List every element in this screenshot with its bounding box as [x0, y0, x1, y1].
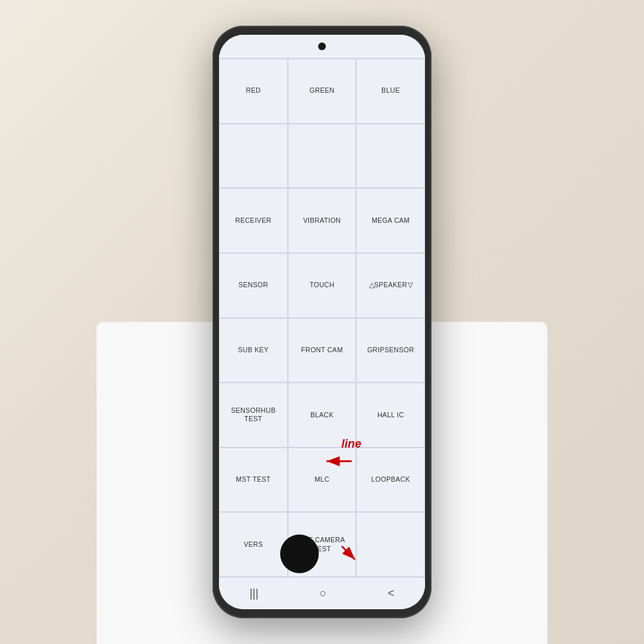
front-camera-dot [318, 43, 326, 50]
grid-cell-sub-key[interactable]: SUB KEY [219, 318, 288, 383]
black-circle-overlay [280, 535, 319, 573]
nav-home-icon[interactable]: ○ [319, 587, 327, 600]
grid-cell-mst-test[interactable]: MST TEST [219, 448, 288, 513]
grid-cell-gripsensor[interactable]: GRIPSENSOR [356, 318, 425, 383]
phone-screen: REDGREENBLUERECEIVERVIBRATIONMEGA CAMSEN… [219, 35, 425, 609]
grid-cell-speaker[interactable]: △SPEAKER▽ [356, 253, 425, 318]
phone-container: REDGREENBLUERECEIVERVIBRATIONMEGA CAMSEN… [213, 26, 431, 618]
grid-cell-mlc[interactable]: MLC [288, 448, 357, 513]
line-text-label: line [341, 437, 361, 451]
grid-cell-empty1 [219, 124, 288, 189]
grid-cell-sensor[interactable]: SENSOR [219, 253, 288, 318]
nav-recent-icon[interactable]: ||| [249, 587, 258, 600]
grid-cell-red[interactable]: RED [219, 59, 288, 124]
grid-cell-vibration[interactable]: VIBRATION [288, 188, 357, 253]
grid-cell-front-cam[interactable]: FRONT CAM [288, 318, 357, 383]
grid-cell-hall-ic[interactable]: HALL IC [356, 383, 425, 448]
app-grid: REDGREENBLUERECEIVERVIBRATIONMEGA CAMSEN… [219, 58, 425, 577]
grid-cell-mega-cam[interactable]: MEGA CAM [356, 188, 425, 253]
nav-bar: ||| ○ < [219, 577, 425, 609]
screen-top [219, 35, 425, 58]
grid-cell-version[interactable]: VERS [219, 512, 288, 577]
grid-cell-green[interactable]: GREEN [288, 59, 357, 124]
grid-cell-empty4 [356, 512, 425, 577]
grid-cell-empty3 [356, 124, 425, 189]
background: REDGREENBLUERECEIVERVIBRATIONMEGA CAMSEN… [0, 0, 644, 644]
grid-cell-touch[interactable]: TOUCH [288, 253, 357, 318]
grid-cell-empty2 [288, 124, 357, 189]
grid-cell-receiver[interactable]: RECEIVER [219, 188, 288, 253]
grid-cell-sensorhub-test[interactable]: SENSORHUB TEST [219, 383, 288, 448]
grid-cell-blue[interactable]: BLUE [356, 59, 425, 124]
nav-back-icon[interactable]: < [388, 587, 395, 600]
grid-cell-loopback[interactable]: LOOPBACK [356, 448, 425, 513]
